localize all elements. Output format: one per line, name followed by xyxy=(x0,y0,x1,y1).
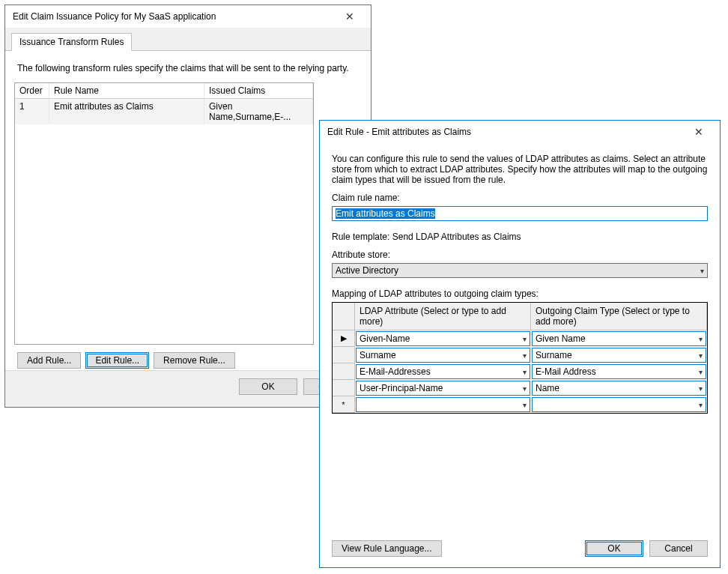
rules-table: Order Rule Name Issued Claims 1 Emit att… xyxy=(14,82,314,345)
col-rule-name[interactable]: Rule Name xyxy=(49,83,204,98)
dialog-buttons: OK Cancel xyxy=(5,370,371,404)
attribute-store-value: Active Directory xyxy=(336,265,398,276)
ldap-attribute-cell[interactable]: ▾ xyxy=(356,397,530,412)
claim-value: E-Mail Address xyxy=(536,366,596,377)
remove-rule-button[interactable]: Remove Rule... xyxy=(154,352,235,369)
chevron-down-icon: ▾ xyxy=(523,384,527,393)
claim-type-cell[interactable]: Name ▾ xyxy=(532,381,706,396)
intro-text: You can configure this rule to send the … xyxy=(332,154,708,185)
chevron-down-icon: ▾ xyxy=(523,401,527,409)
view-rule-language-button[interactable]: View Rule Language... xyxy=(332,540,442,557)
titlebar: Edit Rule - Emit attributes as Claims ✕ xyxy=(320,121,720,143)
cancel-button[interactable]: Cancel xyxy=(649,540,708,557)
rules-description: The following transform rules specify th… xyxy=(17,63,359,73)
ldap-value: Given-Name xyxy=(360,333,410,344)
corner-cell xyxy=(333,303,355,330)
col-ldap-attribute[interactable]: LDAP Attribute (Select or type to add mo… xyxy=(355,303,531,330)
dialog-title: Edit Claim Issuance Policy for My SaaS a… xyxy=(13,11,216,22)
row-indicator xyxy=(333,363,355,380)
rules-header: Order Rule Name Issued Claims xyxy=(15,83,313,99)
tab-issuance-transform-rules[interactable]: Issuance Transform Rules xyxy=(11,33,132,51)
claim-type-cell[interactable]: ▾ xyxy=(532,397,706,412)
claim-type-cell[interactable]: E-Mail Address ▾ xyxy=(532,364,706,379)
attribute-store-label: Attribute store: xyxy=(332,250,708,260)
edit-rule-button[interactable]: Edit Rule... xyxy=(85,352,149,369)
edit-rule-dialog: Edit Rule - Emit attributes as Claims ✕ … xyxy=(319,120,721,568)
table-row: Surname ▾ Surname ▾ xyxy=(333,347,707,363)
attribute-store-select[interactable]: Active Directory ▾ xyxy=(332,263,708,278)
ok-button[interactable]: OK xyxy=(239,378,297,395)
row-indicator xyxy=(333,380,355,396)
row-name: Emit attributes as Claims xyxy=(49,99,204,124)
row-order: 1 xyxy=(15,99,49,124)
chevron-down-icon: ▾ xyxy=(523,335,527,343)
chevron-down-icon: ▾ xyxy=(523,351,527,360)
row-indicator xyxy=(333,347,355,363)
table-row: ▶ Given-Name ▾ Given Name ▾ xyxy=(333,330,707,347)
ldap-attribute-cell[interactable]: E-Mail-Addresses ▾ xyxy=(356,364,530,379)
titlebar: Edit Claim Issuance Policy for My SaaS a… xyxy=(5,5,371,28)
ok-button[interactable]: OK xyxy=(585,540,643,557)
table-row: User-Principal-Name ▾ Name ▾ xyxy=(333,380,707,396)
chevron-down-icon: ▾ xyxy=(699,368,703,376)
ldap-attribute-cell[interactable]: Surname ▾ xyxy=(356,348,530,363)
chevron-down-icon: ▾ xyxy=(700,267,704,275)
claim-value: Given Name xyxy=(536,333,586,344)
rule-template-text: Rule template: Send LDAP Attributes as C… xyxy=(332,232,708,242)
claim-value: Surname xyxy=(536,350,572,360)
mapping-table: LDAP Attribute (Select or type to add mo… xyxy=(332,302,708,414)
table-row[interactable]: 1 Emit attributes as Claims Given Name,S… xyxy=(15,99,313,124)
edit-rule-body: You can configure this rule to send the … xyxy=(320,143,720,533)
chevron-down-icon: ▾ xyxy=(523,368,527,376)
tabstrip: Issuance Transform Rules xyxy=(5,28,371,51)
ldap-value: Surname xyxy=(360,350,396,360)
mapping-header: LDAP Attribute (Select or type to add mo… xyxy=(333,303,707,330)
claim-rule-name-label: Claim rule name: xyxy=(332,193,708,203)
row-indicator-icon: ▶ xyxy=(333,330,355,347)
issuance-policy-dialog: Edit Claim Issuance Policy for My SaaS a… xyxy=(4,4,371,408)
chevron-down-icon: ▾ xyxy=(699,384,703,393)
add-rule-button[interactable]: Add Rule... xyxy=(17,352,81,369)
edit-rule-bottom-bar: View Rule Language... OK Cancel xyxy=(320,533,720,567)
claim-value: Name xyxy=(536,383,559,393)
ldap-attribute-cell[interactable]: User-Principal-Name ▾ xyxy=(356,381,530,396)
selected-text: Emit attributes as Claims xyxy=(336,208,435,219)
col-order[interactable]: Order xyxy=(15,83,49,98)
col-issued-claims[interactable]: Issued Claims xyxy=(204,83,313,98)
col-outgoing-claim[interactable]: Outgoing Claim Type (Select or type to a… xyxy=(531,303,707,330)
claim-type-cell[interactable]: Surname ▾ xyxy=(532,348,706,363)
chevron-down-icon: ▾ xyxy=(699,351,703,360)
close-icon[interactable]: ✕ xyxy=(684,126,714,138)
ldap-value: User-Principal-Name xyxy=(360,383,443,393)
claim-type-cell[interactable]: Given Name ▾ xyxy=(532,331,706,346)
chevron-down-icon: ▾ xyxy=(699,401,703,409)
new-row-icon: * xyxy=(333,396,355,413)
tab-body: The following transform rules specify th… xyxy=(5,51,371,370)
close-icon[interactable]: ✕ xyxy=(335,10,365,22)
mapping-label: Mapping of LDAP attributes to outgoing c… xyxy=(332,288,708,299)
ldap-attribute-cell[interactable]: Given-Name ▾ xyxy=(356,331,530,346)
table-row: E-Mail-Addresses ▾ E-Mail Address ▾ xyxy=(333,363,707,380)
chevron-down-icon: ▾ xyxy=(699,335,703,343)
dialog-title: Edit Rule - Emit attributes as Claims xyxy=(327,127,471,137)
row-issued: Given Name,Surname,E-... xyxy=(204,99,313,124)
rule-action-buttons: Add Rule... Edit Rule... Remove Rule... xyxy=(14,345,362,369)
table-row-new: * ▾ ▾ xyxy=(333,396,707,413)
ldap-value: E-Mail-Addresses xyxy=(360,366,431,377)
claim-rule-name-input[interactable]: Emit attributes as Claims xyxy=(332,206,708,221)
